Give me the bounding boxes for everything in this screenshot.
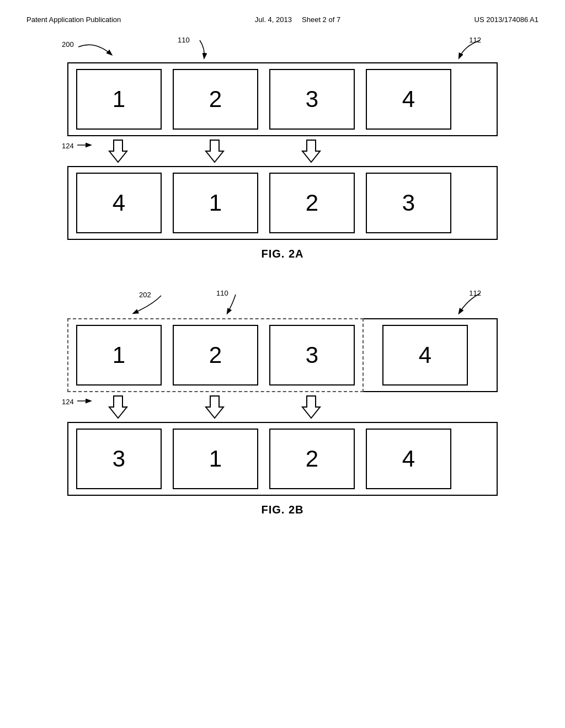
fig2a-top-item-2: 2 xyxy=(173,69,258,130)
svg-marker-2 xyxy=(302,140,320,162)
header-left: Patent Application Publication xyxy=(26,15,121,24)
fig2b-diagram: 202 110 xyxy=(67,288,498,496)
fig2b-arrow-row xyxy=(67,393,498,421)
fig2b-top-item-1: 1 xyxy=(76,325,162,386)
header-center: Jul. 4, 2013 Sheet 2 of 7 xyxy=(255,15,340,24)
svg-marker-4 xyxy=(206,396,223,418)
fig2a-bottom-item-3: 2 xyxy=(269,173,355,233)
sheet-label: Sheet 2 of 7 xyxy=(302,15,340,24)
fig2a-bottom-box: 4 1 2 3 xyxy=(67,166,498,240)
fig2a-arrow-112 xyxy=(67,35,498,62)
fig2a-top-box: 1 2 3 4 xyxy=(67,62,498,136)
fig2b-down-arrow-2 xyxy=(172,393,257,421)
fig2b-bottom-item-1: 3 xyxy=(76,429,162,489)
fig2b-down-arrow-3 xyxy=(268,393,354,421)
header-right: US 2013/174086 A1 xyxy=(475,15,539,24)
fig2a-top-item-1: 1 xyxy=(76,69,162,130)
fig2a-section: 200 110 xyxy=(33,35,532,271)
fig2b-bottom-box: 3 1 2 4 xyxy=(67,422,498,496)
svg-marker-5 xyxy=(302,396,320,418)
fig2a-top-item-4: 4 xyxy=(366,69,451,130)
fig2a-down-arrow-1 xyxy=(75,137,161,165)
svg-marker-3 xyxy=(109,396,127,418)
fig2b-down-arrow-1 xyxy=(75,393,161,421)
publication-label: Patent Application Publication xyxy=(26,15,121,24)
fig2b-section: 202 110 xyxy=(33,288,532,527)
fig2a-label: FIG. 2A xyxy=(261,248,303,260)
fig2b-top-item-3: 3 xyxy=(269,325,355,386)
fig2a-bottom-item-1: 4 xyxy=(76,173,162,233)
fig2a-top-item-3: 3 xyxy=(269,69,355,130)
fig2b-top-item-4: 4 xyxy=(382,325,468,386)
fig2a-down-arrow-3 xyxy=(268,137,354,165)
date-label: Jul. 4, 2013 xyxy=(255,15,292,24)
fig2b-bottom-item-4: 4 xyxy=(366,429,451,489)
fig2a-arrow-row xyxy=(67,137,498,165)
fig2a-bottom-item-4: 3 xyxy=(366,173,451,233)
patent-number-label: US 2013/174086 A1 xyxy=(475,15,539,24)
main-content: 200 110 xyxy=(0,24,565,555)
page: Patent Application Publication Jul. 4, 2… xyxy=(0,0,565,555)
fig2a-down-arrow-2 xyxy=(172,137,257,165)
page-header: Patent Application Publication Jul. 4, 2… xyxy=(0,0,565,24)
svg-marker-0 xyxy=(109,140,127,162)
fig2a-bottom-item-2: 1 xyxy=(173,173,258,233)
fig2b-bottom-item-3: 2 xyxy=(269,429,355,489)
fig2b-arrow-112 xyxy=(67,288,498,318)
svg-marker-1 xyxy=(206,140,223,162)
fig2a-diagram: 200 110 xyxy=(67,35,498,240)
fig2b-top-item-2: 2 xyxy=(173,325,258,386)
fig2b-label: FIG. 2B xyxy=(261,504,303,516)
fig2b-bottom-item-2: 1 xyxy=(173,429,258,489)
